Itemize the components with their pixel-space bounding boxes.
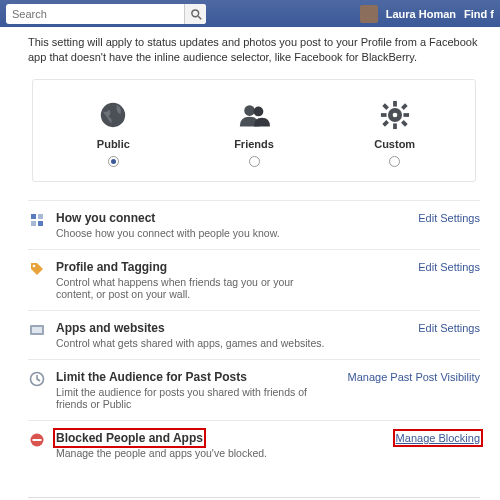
edit-settings-link[interactable]: Edit Settings — [340, 211, 480, 224]
search-wrap — [6, 4, 206, 24]
search-icon — [190, 8, 202, 20]
tag-icon — [28, 261, 46, 277]
globe-icon — [96, 98, 130, 132]
audience-option-custom[interactable]: Custom — [324, 98, 465, 167]
topbar-right: Laura Homan Find f — [360, 5, 494, 23]
svg-rect-16 — [31, 221, 36, 226]
svg-rect-12 — [401, 103, 408, 110]
manage-blocking-link[interactable]: Manage Blocking — [396, 432, 480, 444]
svg-rect-17 — [38, 221, 43, 226]
highlight-blocked-title: Blocked People and Apps — [56, 431, 203, 445]
section-profile-tagging: Profile and Tagging Control what happens… — [28, 249, 480, 310]
audience-label: Custom — [374, 138, 415, 150]
section-title: How you connect — [56, 211, 330, 225]
user-name-link[interactable]: Laura Homan — [386, 8, 456, 20]
find-friends-link[interactable]: Find f — [464, 8, 494, 20]
svg-point-2 — [101, 103, 125, 127]
manage-past-post-link[interactable]: Manage Past Post Visibility — [340, 370, 480, 383]
svg-rect-14 — [31, 214, 36, 219]
section-desc: Control what happens when friends tag yo… — [56, 276, 330, 300]
section-desc: Choose how you connect with people you k… — [56, 227, 330, 239]
svg-rect-11 — [401, 120, 408, 127]
friends-icon — [237, 98, 271, 132]
svg-rect-23 — [33, 439, 42, 441]
section-title: Blocked People and Apps — [56, 431, 203, 445]
connect-icon — [28, 212, 46, 228]
audience-label: Friends — [234, 138, 274, 150]
svg-point-4 — [254, 106, 264, 116]
footer-divider — [28, 497, 480, 498]
svg-rect-8 — [381, 113, 387, 117]
svg-rect-15 — [38, 214, 43, 219]
svg-point-3 — [244, 105, 255, 116]
radio-friends[interactable] — [249, 156, 260, 167]
clock-icon — [28, 371, 46, 387]
audience-label: Public — [97, 138, 130, 150]
content-area: This setting will apply to status update… — [0, 27, 500, 500]
manage-blocking-link-wrap: Manage Blocking — [340, 431, 480, 444]
edit-settings-link[interactable]: Edit Settings — [340, 321, 480, 334]
svg-rect-13 — [382, 120, 389, 127]
audience-selector: Public Friends Custom — [32, 79, 476, 182]
svg-rect-6 — [393, 101, 397, 107]
topbar: Laura Homan Find f — [0, 0, 500, 27]
search-button[interactable] — [184, 4, 206, 24]
svg-point-18 — [33, 264, 36, 267]
block-icon — [28, 432, 46, 448]
section-desc: Limit the audience for posts you shared … — [56, 386, 330, 410]
svg-line-1 — [198, 16, 201, 19]
section-blocked-people-apps: Blocked People and Apps Manage the peopl… — [28, 420, 480, 469]
section-desc: Manage the people and apps you've blocke… — [56, 447, 330, 459]
search-input[interactable] — [6, 6, 184, 22]
section-limit-past-posts: Limit the Audience for Past Posts Limit … — [28, 359, 480, 420]
svg-point-0 — [191, 9, 198, 16]
audience-option-public[interactable]: Public — [43, 98, 184, 167]
audience-option-friends[interactable]: Friends — [184, 98, 325, 167]
section-title: Apps and websites — [56, 321, 330, 335]
svg-point-5 — [390, 110, 399, 119]
section-apps-websites: Apps and websites Control what gets shar… — [28, 310, 480, 359]
apps-icon — [28, 322, 46, 338]
edit-settings-link[interactable]: Edit Settings — [340, 260, 480, 273]
radio-custom[interactable] — [389, 156, 400, 167]
section-title: Limit the Audience for Past Posts — [56, 370, 330, 384]
radio-public[interactable] — [108, 156, 119, 167]
avatar[interactable] — [360, 5, 378, 23]
svg-rect-9 — [403, 113, 409, 117]
svg-rect-7 — [393, 123, 397, 129]
intro-text: This setting will apply to status update… — [28, 35, 480, 65]
svg-rect-10 — [382, 103, 389, 110]
svg-rect-20 — [32, 327, 42, 333]
gear-icon — [378, 98, 412, 132]
section-how-you-connect: How you connect Choose how you connect w… — [28, 200, 480, 249]
section-desc: Control what gets shared with apps, game… — [56, 337, 330, 349]
section-title: Profile and Tagging — [56, 260, 330, 274]
